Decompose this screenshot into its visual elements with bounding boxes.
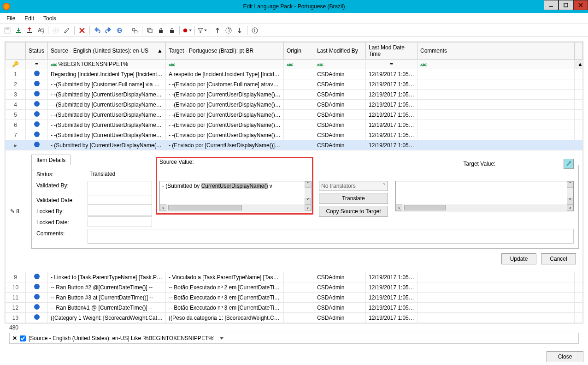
update-button[interactable]: Update [501,253,536,264]
import-icon[interactable] [14,26,23,35]
validated-date-label: Validated Date: [36,196,80,205]
close-button[interactable] [573,0,588,10]
svg-point-19 [135,30,137,33]
redo-icon[interactable] [104,26,113,35]
locked-by-field[interactable] [88,207,152,216]
col-origin[interactable]: Origin [284,42,314,60]
add-icon [51,26,60,35]
record-icon[interactable] [182,26,192,35]
export-icon[interactable] [25,26,34,35]
col-lastmodby[interactable]: Last Modified By [314,42,366,60]
filter-dropdown-icon[interactable] [217,335,223,341]
filter-row[interactable]: 🔑 = ᴀʙᴄ %BEGINTOKENSNIPPET% ᴀʙᴄ ᴀʙᴄ ᴀʙᴄ … [6,60,583,69]
status-dot-icon [34,121,40,127]
source-value-group: Source Value: [159,170,312,179]
tab-item-details[interactable]: Item Details [31,155,71,165]
translator-controls: No translators˅ Translate Copy Source to… [319,181,388,217]
edit-icon[interactable] [62,26,71,35]
filter-icon[interactable] [198,26,207,35]
col-comments[interactable]: Comments [417,42,575,60]
lock-icon[interactable] [156,26,165,35]
locked-date-field[interactable] [88,218,152,227]
table-row[interactable]: 2- -(Submitted by [Customer.Full name] v… [6,79,583,90]
down-arrow-icon[interactable] [235,26,244,35]
copy-icon[interactable] [145,26,154,35]
target-value-textbox[interactable]: ˄ ˅ ‹ › [395,181,574,211]
translation-grid[interactable]: Status Source - English (United States):… [5,42,583,323]
status-dot-icon [34,314,40,320]
col-status[interactable]: Status [26,42,48,60]
search-icon[interactable] [130,26,139,35]
translate-button[interactable]: Translate [319,193,388,204]
info-icon[interactable]: i [250,26,259,35]
table-row[interactable]: 12-- Ran Button#1 @ [CurrentDateTime()] … [6,303,583,313]
row-edit-indicator: ✎ 8 [10,208,19,215]
status-dot-icon [34,304,40,310]
status-dot-icon [34,81,40,86]
target-hscroll[interactable]: ‹ › [396,204,573,211]
scroll-thumb[interactable] [404,205,446,210]
window-title: Edit Language Pack - Portuguese (Brazil) [243,3,345,10]
table-row[interactable]: 7- -(Submitted by [CurrentUserDisplayNam… [6,130,583,140]
help-icon[interactable]: ? [224,26,233,35]
unlock-icon[interactable] [167,26,176,35]
font-icon[interactable]: A字 [36,26,45,35]
maximize-button[interactable] [559,0,573,10]
source-vscroll[interactable]: ˄ ˅ [305,181,311,204]
filter-enabled-checkbox[interactable] [20,335,26,341]
status-dot-icon [34,132,40,137]
table-row[interactable]: 11-- Ran Button #3 at [CurrentDateTime()… [6,293,583,303]
target-vscroll[interactable]: ˄ ˅ [567,181,573,204]
scroll-up-icon[interactable]: ˄ [305,181,311,188]
delete-icon[interactable] [77,26,87,35]
details-row: ✎ 8 Item Details Status: Translated [6,150,583,272]
active-filter-bar: ✕ [Source - English (United States): en-… [9,333,579,344]
translator-select[interactable]: No translators˅ [319,181,388,191]
source-value-textbox[interactable]: - (Submitted by CurrentUserDisplayName()… [159,181,312,211]
scroll-right-icon[interactable]: › [305,204,311,211]
table-row[interactable]: 10-- Ran Button #2 @[CurrentDateTime()] … [6,282,583,293]
menu-edit[interactable]: Edit [21,14,38,23]
menu-bar: File Edit Tools [0,13,588,24]
toolbar: A字 ? i [0,24,588,37]
scroll-left-icon[interactable]: ‹ [396,204,402,211]
status-dot-icon [34,284,40,289]
filter-source-value: %BEGINTOKENSNIPPET% [59,61,128,67]
scroll-right-icon[interactable]: › [567,204,573,211]
col-lastmoddate[interactable]: Last Mod Date Time [366,42,417,60]
cancel-button[interactable]: Cancel [541,253,576,264]
close-dialog-button[interactable]: Close [547,351,583,362]
svg-rect-6 [16,32,21,33]
source-hscroll[interactable]: ‹ › [160,204,311,211]
undo-icon[interactable] [93,26,102,35]
scroll-left-icon[interactable]: ‹ [160,204,166,211]
svg-rect-5 [6,28,9,30]
table-row[interactable]: 3- -(Submitted by [CurrentUserDisplayNam… [6,90,583,100]
col-target[interactable]: Target - Portuguese (Brazil): pt-BR [166,42,284,60]
source-value-label: Source Value: [159,159,312,165]
col-source[interactable]: Source - English (United States): en-US▲ [48,42,166,60]
table-row[interactable]: 9- Linked to [Task.ParentTypeName] [Task… [6,272,583,282]
minimize-button[interactable] [544,0,559,10]
scroll-thumb[interactable] [168,205,242,210]
scroll-down-icon[interactable]: ˅ [567,198,573,204]
selected-row[interactable]: ▸ - (Submitted by [CurrentUserDisplayNam… [6,140,583,150]
up-arrow-icon[interactable] [213,26,222,35]
scroll-down-icon[interactable]: ˅ [305,198,311,204]
table-row[interactable]: 6- -(Submitted by [CurrentUserDisplayNam… [6,120,583,130]
clear-filter-icon[interactable]: ✕ [12,335,17,341]
cell-source: - (Submitted by [CurrentUserDisplayName(… [48,140,166,150]
comments-textbox[interactable] [88,229,574,244]
svg-rect-21 [149,29,152,33]
table-row[interactable]: 4- -(Submitted by [CurrentUserDisplayNam… [6,100,583,110]
table-row[interactable]: 1Regarding [Incident.Incident Type] [Inc… [6,69,583,79]
translate-web-icon[interactable] [115,26,124,35]
menu-file[interactable]: File [3,14,19,23]
menu-tools[interactable]: Tools [40,14,60,23]
magic-wand-button[interactable] [564,159,574,169]
table-row[interactable]: 5- -(Submitted by [CurrentUserDisplayNam… [6,110,583,120]
scroll-up-icon[interactable]: ˄ [567,181,573,188]
table-row[interactable]: 13((Category 1 Weight: [ScorecardWeight.… [6,313,583,323]
validated-date-field[interactable] [88,196,152,205]
copy-source-button[interactable]: Copy Source to Target [319,206,388,217]
